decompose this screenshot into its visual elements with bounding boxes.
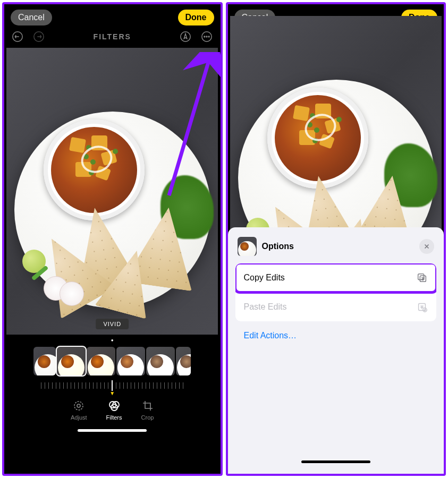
mode-label: Crop	[141, 414, 154, 421]
filter-thumb-vivid-warm[interactable]	[87, 347, 115, 375]
svg-point-9	[77, 404, 80, 407]
paste-edits-icon	[416, 301, 428, 313]
crop-icon	[141, 399, 154, 412]
paste-edits-row: Paste Edits	[235, 292, 437, 321]
copy-edits-row[interactable]: Copy Edits	[235, 263, 437, 292]
screen-title: FILTERS	[94, 32, 131, 41]
more-icon[interactable]	[200, 30, 214, 44]
svg-point-6	[209, 36, 210, 37]
edit-modes: Adjust Filters Crop	[4, 393, 221, 425]
sheet-title: Options	[262, 242, 415, 251]
redo-icon[interactable]	[32, 30, 46, 44]
sheet-thumbnail	[238, 237, 257, 256]
edit-toolbar: FILTERS	[4, 28, 221, 48]
photo-preview	[228, 48, 444, 207]
filter-thumbnails	[4, 344, 221, 379]
filter-thumb-next[interactable]	[176, 347, 191, 375]
top-bar: Cancel Done	[4, 4, 221, 28]
home-indicator[interactable]	[301, 460, 370, 463]
filters-icon	[108, 399, 121, 412]
svg-point-4	[204, 36, 205, 37]
filter-thumb-vivid-cool[interactable]	[116, 347, 145, 375]
svg-point-5	[207, 36, 208, 37]
row-label: Copy Edits	[244, 273, 285, 283]
filter-thumb-original[interactable]	[33, 347, 56, 375]
edit-actions-link[interactable]: Edit Actions…	[235, 321, 437, 350]
sheet-header: Options	[235, 235, 437, 263]
filter-thumb-dramatic[interactable]	[146, 347, 175, 375]
phone-left-filters: Cancel Done FILTERS	[2, 2, 223, 476]
photo-preview: VIVID	[4, 48, 221, 335]
intensity-slider[interactable]	[4, 379, 221, 390]
copy-edits-icon	[416, 272, 428, 284]
row-label: Paste Edits	[244, 302, 287, 312]
mode-filters[interactable]: Filters	[106, 399, 122, 421]
mode-crop[interactable]: Crop	[141, 399, 154, 421]
filter-thumb-vivid[interactable]	[57, 347, 86, 375]
mode-label: Adjust	[71, 414, 87, 421]
page-indicator: ●	[4, 335, 221, 344]
phone-right-options: Cancel Done FILTERS	[226, 2, 446, 476]
close-icon[interactable]	[419, 239, 434, 254]
mode-adjust[interactable]: Adjust	[71, 399, 87, 421]
undo-icon[interactable]	[11, 30, 24, 44]
mode-label: Filters	[106, 414, 122, 421]
options-list: Copy Edits Paste Edits	[235, 263, 437, 321]
home-indicator[interactable]	[78, 429, 147, 432]
markup-icon[interactable]	[179, 30, 192, 44]
filter-name-badge: VIVID	[96, 319, 129, 329]
done-button[interactable]: Done	[178, 10, 214, 25]
svg-point-8	[74, 402, 83, 410]
adjust-icon	[72, 399, 85, 412]
cancel-button[interactable]: Cancel	[11, 10, 52, 25]
options-sheet: Options Copy Edits Paste Edits Edit Acti…	[228, 227, 444, 474]
